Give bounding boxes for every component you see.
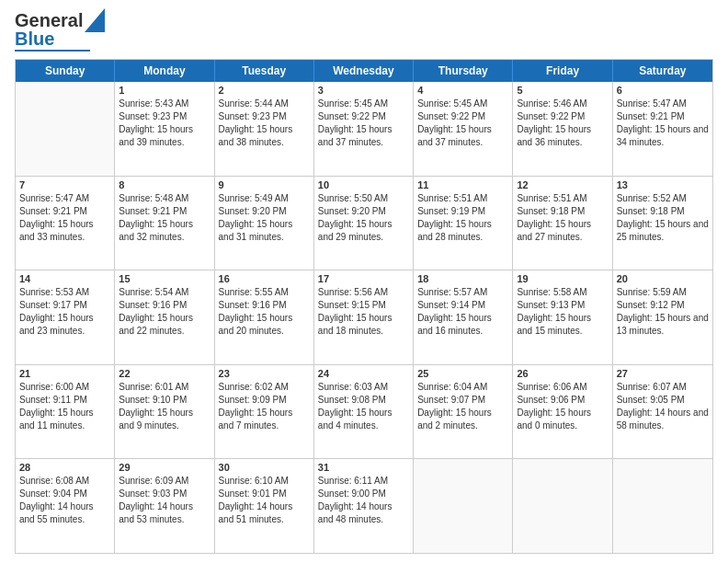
cell-info: Sunrise: 5:46 AMSunset: 9:22 PMDaylight:… bbox=[517, 98, 608, 149]
cell-info: Sunrise: 5:43 AMSunset: 9:23 PMDaylight:… bbox=[119, 98, 210, 149]
day-number: 6 bbox=[617, 85, 709, 96]
cell-info: Sunrise: 5:44 AMSunset: 9:23 PMDaylight:… bbox=[219, 98, 310, 149]
calendar-cell: 18Sunrise: 5:57 AMSunset: 9:14 PMDayligh… bbox=[414, 270, 513, 364]
cell-info: Sunrise: 5:52 AMSunset: 9:18 PMDaylight:… bbox=[617, 192, 709, 244]
cell-info: Sunrise: 5:51 AMSunset: 9:18 PMDaylight:… bbox=[517, 192, 608, 244]
calendar-cell: 21Sunrise: 6:00 AMSunset: 9:11 PMDayligh… bbox=[16, 365, 115, 459]
calendar-cell bbox=[16, 82, 115, 176]
day-number: 18 bbox=[417, 273, 508, 284]
calendar-cell bbox=[613, 459, 712, 553]
day-number: 23 bbox=[219, 368, 310, 379]
calendar-cell: 25Sunrise: 6:04 AMSunset: 9:07 PMDayligh… bbox=[414, 365, 513, 459]
calendar-cell: 28Sunrise: 6:08 AMSunset: 9:04 PMDayligh… bbox=[16, 459, 115, 553]
calendar-cell: 26Sunrise: 6:06 AMSunset: 9:06 PMDayligh… bbox=[513, 365, 612, 459]
calendar-row: 21Sunrise: 6:00 AMSunset: 9:11 PMDayligh… bbox=[16, 364, 712, 459]
day-number: 24 bbox=[318, 368, 409, 379]
calendar-header: SundayMondayTuesdayWednesdayThursdayFrid… bbox=[16, 60, 712, 82]
cell-info: Sunrise: 6:08 AMSunset: 9:04 PMDaylight:… bbox=[19, 475, 110, 526]
day-number: 19 bbox=[517, 273, 608, 284]
day-number: 9 bbox=[219, 179, 310, 190]
cell-info: Sunrise: 5:59 AMSunset: 9:12 PMDaylight:… bbox=[617, 286, 709, 338]
day-number: 29 bbox=[119, 462, 210, 473]
calendar: SundayMondayTuesdayWednesdayThursdayFrid… bbox=[15, 59, 713, 554]
calendar-cell: 13Sunrise: 5:52 AMSunset: 9:18 PMDayligh… bbox=[613, 177, 712, 270]
day-number: 25 bbox=[417, 368, 508, 379]
day-number: 17 bbox=[318, 273, 409, 284]
cell-info: Sunrise: 6:09 AMSunset: 9:03 PMDaylight:… bbox=[119, 475, 210, 526]
calendar-cell bbox=[414, 459, 513, 553]
day-number: 27 bbox=[617, 368, 709, 379]
calendar-cell: 1Sunrise: 5:43 AMSunset: 9:23 PMDaylight… bbox=[115, 82, 214, 176]
cell-info: Sunrise: 5:53 AMSunset: 9:17 PMDaylight:… bbox=[19, 286, 110, 338]
day-number: 15 bbox=[119, 273, 210, 284]
calendar-cell: 12Sunrise: 5:51 AMSunset: 9:18 PMDayligh… bbox=[513, 177, 612, 270]
logo-triangle-icon bbox=[85, 8, 105, 32]
calendar-cell: 2Sunrise: 5:44 AMSunset: 9:23 PMDaylight… bbox=[215, 82, 314, 176]
day-number: 28 bbox=[19, 462, 110, 473]
calendar-cell: 5Sunrise: 5:46 AMSunset: 9:22 PMDaylight… bbox=[513, 82, 612, 176]
calendar-cell: 15Sunrise: 5:54 AMSunset: 9:16 PMDayligh… bbox=[115, 270, 214, 364]
svg-marker-0 bbox=[85, 8, 105, 32]
day-number: 1 bbox=[119, 85, 210, 96]
calendar-cell bbox=[513, 459, 612, 553]
cell-info: Sunrise: 5:45 AMSunset: 9:22 PMDaylight:… bbox=[417, 98, 508, 149]
calendar-cell: 29Sunrise: 6:09 AMSunset: 9:03 PMDayligh… bbox=[115, 459, 214, 553]
day-number: 22 bbox=[119, 368, 210, 379]
weekday-header: Monday bbox=[115, 60, 214, 82]
calendar-cell: 7Sunrise: 5:47 AMSunset: 9:21 PMDaylight… bbox=[16, 177, 115, 270]
weekday-header: Sunday bbox=[16, 60, 115, 82]
calendar-cell: 11Sunrise: 5:51 AMSunset: 9:19 PMDayligh… bbox=[414, 177, 513, 270]
cell-info: Sunrise: 5:55 AMSunset: 9:16 PMDaylight:… bbox=[219, 286, 310, 338]
cell-info: Sunrise: 5:54 AMSunset: 9:16 PMDaylight:… bbox=[119, 286, 210, 338]
cell-info: Sunrise: 5:50 AMSunset: 9:20 PMDaylight:… bbox=[318, 192, 409, 244]
calendar-cell: 22Sunrise: 6:01 AMSunset: 9:10 PMDayligh… bbox=[115, 365, 214, 459]
cell-info: Sunrise: 5:49 AMSunset: 9:20 PMDaylight:… bbox=[219, 192, 310, 244]
calendar-row: 14Sunrise: 5:53 AMSunset: 9:17 PMDayligh… bbox=[16, 270, 712, 364]
calendar-cell: 20Sunrise: 5:59 AMSunset: 9:12 PMDayligh… bbox=[613, 270, 712, 364]
header: General Blue bbox=[15, 11, 713, 52]
weekday-header: Thursday bbox=[414, 60, 513, 82]
cell-info: Sunrise: 5:51 AMSunset: 9:19 PMDaylight:… bbox=[417, 192, 508, 244]
day-number: 13 bbox=[617, 179, 709, 190]
day-number: 7 bbox=[19, 179, 110, 190]
cell-info: Sunrise: 6:03 AMSunset: 9:08 PMDaylight:… bbox=[318, 381, 409, 432]
day-number: 10 bbox=[318, 179, 409, 190]
calendar-cell: 16Sunrise: 5:55 AMSunset: 9:16 PMDayligh… bbox=[215, 270, 314, 364]
calendar-cell: 30Sunrise: 6:10 AMSunset: 9:01 PMDayligh… bbox=[215, 459, 314, 553]
calendar-cell: 4Sunrise: 5:45 AMSunset: 9:22 PMDaylight… bbox=[414, 82, 513, 176]
calendar-row: 7Sunrise: 5:47 AMSunset: 9:21 PMDaylight… bbox=[16, 176, 712, 270]
cell-info: Sunrise: 6:06 AMSunset: 9:06 PMDaylight:… bbox=[517, 381, 608, 432]
weekday-header: Saturday bbox=[613, 60, 712, 82]
day-number: 12 bbox=[517, 179, 608, 190]
cell-info: Sunrise: 5:48 AMSunset: 9:21 PMDaylight:… bbox=[119, 192, 210, 244]
day-number: 20 bbox=[617, 273, 709, 284]
day-number: 30 bbox=[219, 462, 310, 473]
page: General Blue SundayMondayTuesdayWednesda… bbox=[0, 0, 728, 563]
day-number: 31 bbox=[318, 462, 409, 473]
calendar-cell: 27Sunrise: 6:07 AMSunset: 9:05 PMDayligh… bbox=[613, 365, 712, 459]
calendar-cell: 3Sunrise: 5:45 AMSunset: 9:22 PMDaylight… bbox=[314, 82, 414, 176]
day-number: 21 bbox=[19, 368, 110, 379]
logo-text: General Blue bbox=[15, 11, 83, 48]
calendar-cell: 23Sunrise: 6:02 AMSunset: 9:09 PMDayligh… bbox=[215, 365, 314, 459]
cell-info: Sunrise: 5:57 AMSunset: 9:14 PMDaylight:… bbox=[417, 286, 508, 338]
day-number: 16 bbox=[219, 273, 310, 284]
cell-info: Sunrise: 6:10 AMSunset: 9:01 PMDaylight:… bbox=[219, 475, 310, 526]
calendar-cell: 8Sunrise: 5:48 AMSunset: 9:21 PMDaylight… bbox=[115, 177, 214, 270]
cell-info: Sunrise: 6:01 AMSunset: 9:10 PMDaylight:… bbox=[119, 381, 210, 432]
cell-info: Sunrise: 5:47 AMSunset: 9:21 PMDaylight:… bbox=[617, 98, 709, 149]
cell-info: Sunrise: 6:07 AMSunset: 9:05 PMDaylight:… bbox=[617, 381, 709, 432]
calendar-row: 28Sunrise: 6:08 AMSunset: 9:04 PMDayligh… bbox=[16, 458, 712, 553]
logo: General Blue bbox=[15, 11, 105, 52]
calendar-row: 1Sunrise: 5:43 AMSunset: 9:23 PMDaylight… bbox=[16, 82, 712, 176]
cell-info: Sunrise: 5:47 AMSunset: 9:21 PMDaylight:… bbox=[19, 192, 110, 244]
day-number: 4 bbox=[417, 85, 508, 96]
day-number: 11 bbox=[417, 179, 508, 190]
calendar-cell: 31Sunrise: 6:11 AMSunset: 9:00 PMDayligh… bbox=[314, 459, 414, 553]
cell-info: Sunrise: 6:02 AMSunset: 9:09 PMDaylight:… bbox=[219, 381, 310, 432]
day-number: 3 bbox=[318, 85, 409, 96]
calendar-cell: 24Sunrise: 6:03 AMSunset: 9:08 PMDayligh… bbox=[314, 365, 414, 459]
calendar-cell: 14Sunrise: 5:53 AMSunset: 9:17 PMDayligh… bbox=[16, 270, 115, 364]
day-number: 5 bbox=[517, 85, 608, 96]
day-number: 26 bbox=[517, 368, 608, 379]
